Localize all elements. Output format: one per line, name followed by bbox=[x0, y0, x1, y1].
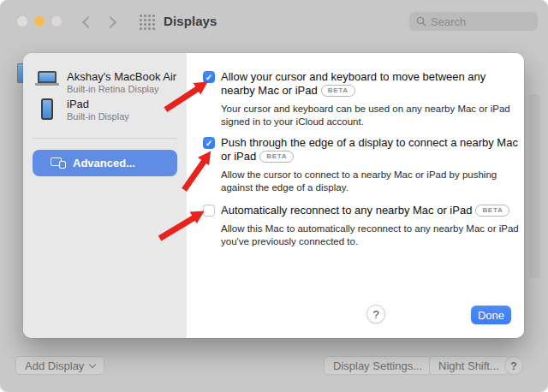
night-shift-button[interactable]: Night Shift... bbox=[429, 356, 509, 375]
help-icon: ? bbox=[510, 359, 517, 372]
display-settings-label: Display Settings... bbox=[333, 359, 422, 372]
help-icon: ? bbox=[372, 308, 378, 321]
setting-row-allow-cursor: Allow your cursor and keyboard to move b… bbox=[203, 70, 521, 128]
display-sidebar: Akshay's MacBook Air Built-in Retina Dis… bbox=[23, 53, 187, 338]
setting-label: Automatically reconnect to any nearby Ma… bbox=[221, 204, 472, 217]
beta-badge: BETA bbox=[475, 205, 509, 217]
show-all-grid-icon[interactable] bbox=[140, 15, 155, 30]
displays-preferences-window: Displays Search Add Display Display Sett… bbox=[0, 0, 548, 392]
minimize-window-button[interactable] bbox=[34, 16, 45, 27]
sidebar-item-ipad[interactable]: iPad Built-in Display bbox=[35, 98, 129, 122]
universal-control-sheet: Akshay's MacBook Air Built-in Retina Dis… bbox=[23, 53, 524, 338]
setting-description: Allow this Mac to automatically reconnec… bbox=[221, 223, 521, 248]
back-icon[interactable] bbox=[82, 16, 94, 28]
displays-advanced-icon bbox=[51, 157, 66, 169]
search-input[interactable]: Search bbox=[409, 12, 538, 31]
done-button[interactable]: Done bbox=[471, 306, 511, 324]
close-window-button[interactable] bbox=[17, 16, 27, 27]
display-settings-button[interactable]: Display Settings... bbox=[324, 356, 432, 375]
beta-badge: BETA bbox=[259, 151, 294, 163]
advanced-button[interactable]: Advanced... bbox=[33, 150, 177, 176]
device-detail: Built-in Display bbox=[67, 111, 129, 122]
setting-row-push-through: Push through the edge of a display to co… bbox=[203, 136, 521, 194]
setting-description: Allow the cursor to connect to a nearby … bbox=[221, 169, 521, 194]
device-name: iPad bbox=[67, 98, 129, 110]
setting-description: Your cursor and keyboard can be used on … bbox=[221, 103, 521, 128]
macbook-icon bbox=[35, 71, 59, 86]
window-title: Displays bbox=[164, 14, 217, 28]
background-panel-edge bbox=[529, 94, 540, 278]
advanced-label: Advanced... bbox=[73, 157, 135, 169]
add-display-button[interactable]: Add Display bbox=[15, 356, 104, 375]
add-display-label: Add Display bbox=[25, 359, 84, 372]
setting-row-auto-reconnect: Automatically reconnect to any nearby Ma… bbox=[203, 204, 521, 248]
sidebar-divider bbox=[33, 138, 177, 139]
beta-badge: BETA bbox=[321, 85, 355, 97]
night-shift-label: Night Shift... bbox=[438, 359, 499, 372]
search-icon bbox=[416, 16, 426, 27]
chevron-down-icon bbox=[89, 360, 96, 367]
window-help-button[interactable]: ? bbox=[504, 356, 523, 375]
device-detail: Built-in Retina Display bbox=[67, 84, 176, 95]
forward-icon[interactable] bbox=[104, 16, 116, 28]
ipad-icon bbox=[35, 98, 59, 120]
device-name: Akshay's MacBook Air bbox=[67, 70, 176, 83]
zoom-window-button[interactable] bbox=[51, 16, 62, 27]
search-placeholder: Search bbox=[431, 15, 466, 28]
sidebar-item-macbook[interactable]: Akshay's MacBook Air Built-in Retina Dis… bbox=[35, 70, 176, 95]
done-label: Done bbox=[478, 309, 504, 322]
titlebar: Displays Search bbox=[0, 0, 548, 45]
sheet-content: Allow your cursor and keyboard to move b… bbox=[187, 53, 524, 338]
sheet-help-button[interactable]: ? bbox=[366, 305, 385, 324]
